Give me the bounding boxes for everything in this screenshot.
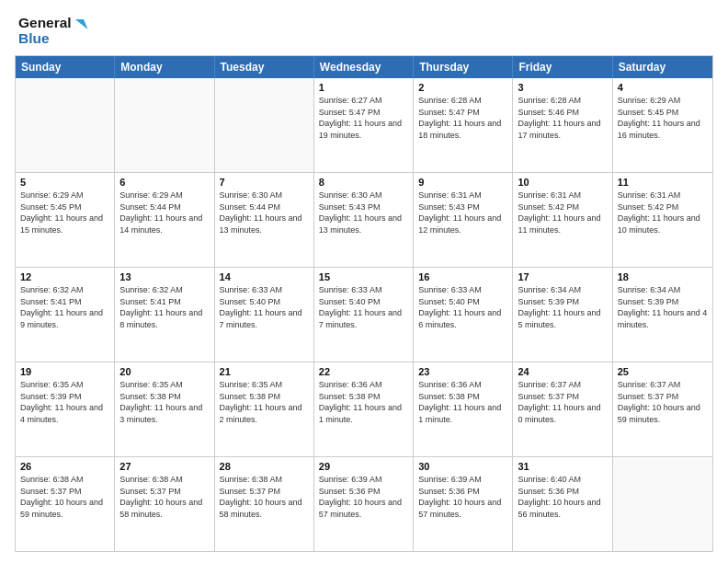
day-info: Sunrise: 6:36 AMSunset: 5:38 PMDaylight:… bbox=[418, 379, 507, 425]
day-number: 6 bbox=[119, 177, 209, 188]
day-cell-20: 20Sunrise: 6:35 AMSunset: 5:38 PMDayligh… bbox=[115, 362, 214, 456]
day-number: 21 bbox=[220, 366, 309, 377]
header-day-friday: Friday bbox=[513, 56, 612, 78]
day-cell-14: 14Sunrise: 6:33 AMSunset: 5:40 PMDayligh… bbox=[215, 268, 314, 362]
day-cell-10: 10Sunrise: 6:31 AMSunset: 5:42 PMDayligh… bbox=[513, 173, 612, 267]
day-info: Sunrise: 6:31 AMSunset: 5:43 PMDaylight:… bbox=[418, 190, 507, 236]
day-info: Sunrise: 6:40 AMSunset: 5:36 PMDaylight:… bbox=[518, 474, 607, 520]
svg-text:Blue: Blue bbox=[18, 30, 50, 46]
day-info: Sunrise: 6:35 AMSunset: 5:39 PMDaylight:… bbox=[20, 379, 109, 425]
day-number: 12 bbox=[20, 271, 109, 282]
day-info: Sunrise: 6:32 AMSunset: 5:41 PMDaylight:… bbox=[119, 284, 209, 330]
empty-cell bbox=[613, 457, 712, 551]
day-number: 15 bbox=[319, 271, 408, 282]
day-number: 30 bbox=[418, 461, 507, 472]
day-cell-4: 4Sunrise: 6:29 AMSunset: 5:45 PMDaylight… bbox=[613, 78, 712, 172]
logo: General Blue bbox=[15, 11, 97, 48]
day-cell-15: 15Sunrise: 6:33 AMSunset: 5:40 PMDayligh… bbox=[314, 268, 414, 362]
calendar-row-3: 12Sunrise: 6:32 AMSunset: 5:41 PMDayligh… bbox=[16, 267, 712, 362]
day-number: 27 bbox=[119, 461, 209, 472]
day-cell-11: 11Sunrise: 6:31 AMSunset: 5:42 PMDayligh… bbox=[613, 173, 712, 267]
day-number: 7 bbox=[220, 177, 309, 188]
day-number: 31 bbox=[518, 461, 607, 472]
day-number: 26 bbox=[20, 461, 109, 472]
day-number: 24 bbox=[518, 366, 607, 377]
day-info: Sunrise: 6:29 AMSunset: 5:45 PMDaylight:… bbox=[618, 95, 708, 141]
day-info: Sunrise: 6:37 AMSunset: 5:37 PMDaylight:… bbox=[618, 379, 708, 425]
day-info: Sunrise: 6:33 AMSunset: 5:40 PMDaylight:… bbox=[319, 284, 408, 330]
calendar-row-5: 26Sunrise: 6:38 AMSunset: 5:37 PMDayligh… bbox=[16, 456, 712, 551]
header-day-thursday: Thursday bbox=[414, 56, 513, 78]
header: General Blue bbox=[15, 11, 713, 48]
svg-text:General: General bbox=[18, 15, 72, 30]
day-cell-23: 23Sunrise: 6:36 AMSunset: 5:38 PMDayligh… bbox=[414, 362, 513, 456]
day-info: Sunrise: 6:39 AMSunset: 5:36 PMDaylight:… bbox=[319, 474, 408, 520]
day-number: 17 bbox=[518, 271, 607, 282]
svg-marker-2 bbox=[75, 19, 88, 29]
day-number: 13 bbox=[119, 271, 209, 282]
day-number: 1 bbox=[319, 82, 408, 93]
day-info: Sunrise: 6:36 AMSunset: 5:38 PMDaylight:… bbox=[319, 379, 408, 425]
day-cell-28: 28Sunrise: 6:38 AMSunset: 5:37 PMDayligh… bbox=[215, 457, 314, 551]
day-info: Sunrise: 6:37 AMSunset: 5:37 PMDaylight:… bbox=[518, 379, 607, 425]
day-info: Sunrise: 6:28 AMSunset: 5:46 PMDaylight:… bbox=[518, 95, 607, 141]
day-info: Sunrise: 6:28 AMSunset: 5:47 PMDaylight:… bbox=[418, 95, 507, 141]
header-day-monday: Monday bbox=[115, 56, 214, 78]
day-number: 16 bbox=[418, 271, 507, 282]
empty-cell bbox=[16, 78, 115, 172]
day-number: 29 bbox=[319, 461, 408, 472]
calendar-row-4: 19Sunrise: 6:35 AMSunset: 5:39 PMDayligh… bbox=[16, 362, 712, 456]
day-info: Sunrise: 6:38 AMSunset: 5:37 PMDaylight:… bbox=[119, 474, 209, 520]
day-info: Sunrise: 6:27 AMSunset: 5:47 PMDaylight:… bbox=[319, 95, 408, 141]
day-info: Sunrise: 6:33 AMSunset: 5:40 PMDaylight:… bbox=[220, 284, 309, 330]
calendar-row-2: 5Sunrise: 6:29 AMSunset: 5:45 PMDaylight… bbox=[16, 172, 712, 267]
day-number: 4 bbox=[618, 82, 708, 93]
header-day-tuesday: Tuesday bbox=[215, 56, 314, 78]
day-cell-8: 8Sunrise: 6:30 AMSunset: 5:43 PMDaylight… bbox=[314, 173, 414, 267]
day-info: Sunrise: 6:32 AMSunset: 5:41 PMDaylight:… bbox=[20, 284, 109, 330]
day-number: 25 bbox=[618, 366, 708, 377]
day-number: 11 bbox=[618, 177, 708, 188]
logo-svg: General Blue bbox=[15, 11, 97, 48]
day-cell-7: 7Sunrise: 6:30 AMSunset: 5:44 PMDaylight… bbox=[215, 173, 314, 267]
day-number: 20 bbox=[119, 366, 209, 377]
empty-cell bbox=[115, 78, 214, 172]
day-cell-12: 12Sunrise: 6:32 AMSunset: 5:41 PMDayligh… bbox=[16, 268, 115, 362]
day-info: Sunrise: 6:38 AMSunset: 5:37 PMDaylight:… bbox=[220, 474, 309, 520]
day-cell-17: 17Sunrise: 6:34 AMSunset: 5:39 PMDayligh… bbox=[513, 268, 612, 362]
day-cell-22: 22Sunrise: 6:36 AMSunset: 5:38 PMDayligh… bbox=[314, 362, 414, 456]
day-number: 23 bbox=[418, 366, 507, 377]
day-info: Sunrise: 6:38 AMSunset: 5:37 PMDaylight:… bbox=[20, 474, 109, 520]
day-info: Sunrise: 6:34 AMSunset: 5:39 PMDaylight:… bbox=[618, 284, 708, 330]
day-number: 14 bbox=[220, 271, 309, 282]
calendar-row-1: 1Sunrise: 6:27 AMSunset: 5:47 PMDaylight… bbox=[16, 78, 712, 172]
empty-cell bbox=[215, 78, 314, 172]
day-info: Sunrise: 6:34 AMSunset: 5:39 PMDaylight:… bbox=[518, 284, 607, 330]
day-info: Sunrise: 6:33 AMSunset: 5:40 PMDaylight:… bbox=[418, 284, 507, 330]
day-number: 9 bbox=[418, 177, 507, 188]
day-number: 18 bbox=[618, 271, 708, 282]
day-cell-19: 19Sunrise: 6:35 AMSunset: 5:39 PMDayligh… bbox=[16, 362, 115, 456]
day-cell-3: 3Sunrise: 6:28 AMSunset: 5:46 PMDaylight… bbox=[513, 78, 612, 172]
day-cell-1: 1Sunrise: 6:27 AMSunset: 5:47 PMDaylight… bbox=[314, 78, 414, 172]
day-number: 28 bbox=[220, 461, 309, 472]
day-cell-31: 31Sunrise: 6:40 AMSunset: 5:36 PMDayligh… bbox=[513, 457, 612, 551]
day-cell-29: 29Sunrise: 6:39 AMSunset: 5:36 PMDayligh… bbox=[314, 457, 414, 551]
day-info: Sunrise: 6:31 AMSunset: 5:42 PMDaylight:… bbox=[518, 190, 607, 236]
day-cell-21: 21Sunrise: 6:35 AMSunset: 5:38 PMDayligh… bbox=[215, 362, 314, 456]
day-info: Sunrise: 6:39 AMSunset: 5:36 PMDaylight:… bbox=[418, 474, 507, 520]
day-info: Sunrise: 6:31 AMSunset: 5:42 PMDaylight:… bbox=[618, 190, 708, 236]
page: General Blue SundayMondayTuesdayWednesda… bbox=[0, 0, 728, 563]
day-cell-26: 26Sunrise: 6:38 AMSunset: 5:37 PMDayligh… bbox=[16, 457, 115, 551]
day-cell-27: 27Sunrise: 6:38 AMSunset: 5:37 PMDayligh… bbox=[115, 457, 214, 551]
day-info: Sunrise: 6:35 AMSunset: 5:38 PMDaylight:… bbox=[220, 379, 309, 425]
header-day-saturday: Saturday bbox=[613, 56, 712, 78]
calendar: SundayMondayTuesdayWednesdayThursdayFrid… bbox=[15, 55, 713, 552]
header-day-wednesday: Wednesday bbox=[314, 56, 414, 78]
day-number: 19 bbox=[20, 366, 109, 377]
calendar-header: SundayMondayTuesdayWednesdayThursdayFrid… bbox=[16, 56, 712, 78]
day-number: 10 bbox=[518, 177, 607, 188]
day-cell-5: 5Sunrise: 6:29 AMSunset: 5:45 PMDaylight… bbox=[16, 173, 115, 267]
day-cell-16: 16Sunrise: 6:33 AMSunset: 5:40 PMDayligh… bbox=[414, 268, 513, 362]
day-cell-25: 25Sunrise: 6:37 AMSunset: 5:37 PMDayligh… bbox=[613, 362, 712, 456]
